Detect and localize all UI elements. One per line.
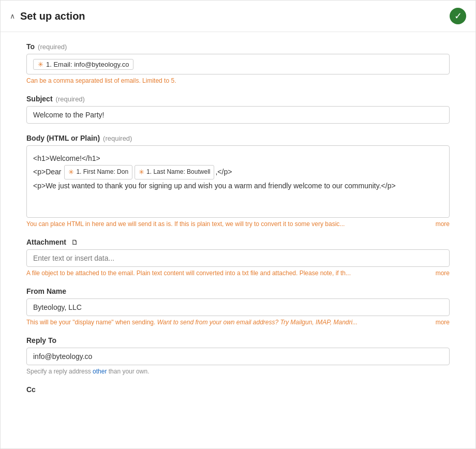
body-line-3: <p>We just wanted to thank you for signi… [33,179,443,192]
reply-to-label-text: Reply To [26,336,56,345]
header-left: ∧ Set up action [10,10,85,22]
from-name-label: From Name [26,287,450,295]
body-line2-suffix: ,</p> [215,166,232,178]
lastname-tag-icon: ✳ [139,166,144,178]
from-name-hint-text: This will be your "display name" when se… [26,319,358,326]
to-hint-text: Can be a comma separated list of emails.… [26,77,450,84]
body-line-1: <h1>Welcome!</h1> [33,152,443,165]
body-label-text: Body (HTML or Plain) [26,134,100,142]
reply-to-field-group: Reply To Specify a reply address other t… [26,336,450,375]
firstname-tag-icon: ✳ [68,166,74,178]
reply-to-hint-link[interactable]: other [93,368,107,375]
to-hint-content: Can be a comma separated list of emails.… [26,77,176,84]
attachment-input[interactable] [26,249,450,267]
from-name-hint: This will be your "display name" when se… [26,319,450,326]
body-line1-text: <h1>Welcome!</h1> [33,152,100,165]
reply-to-label: Reply To [26,336,450,345]
to-tag-snowflake-icon: ✳ [38,61,43,68]
lastname-tag-text: 1. Last Name: Boutwell [146,167,210,178]
check-mark: ✓ [454,10,462,22]
body-label: Body (HTML or Plain) (required) [26,134,450,142]
reply-to-hint-text: Specify a reply address other than your … [26,368,149,375]
body-lastname-tag[interactable]: ✳ 1. Last Name: Boutwell [135,165,214,179]
attachment-label-text: Attachment [26,238,66,246]
body-hint: You can place HTML in here and we will s… [26,220,450,228]
to-email-tag[interactable]: ✳ 1. Email: info@byteology.co [33,59,133,70]
to-field-group: To (required) ✳ 1. Email: info@byteology… [26,42,450,84]
header: ∧ Set up action ✓ [1,1,475,32]
page-title: Set up action [20,10,85,22]
attachment-file-icon: 🗋 [71,238,78,246]
firstname-tag-text: 1. First Name: Don [76,167,128,178]
body-line-2: <p>Dear ✳ 1. First Name: Don ✳ 1. Last N… [33,165,443,179]
cc-label: Cc [26,385,450,394]
attachment-label: Attachment 🗋 [26,238,450,246]
body-firstname-tag[interactable]: ✳ 1. First Name: Don [64,165,132,179]
to-label: To (required) [26,42,450,51]
subject-required-text: (required) [56,95,85,103]
subject-field-group: Subject (required) [26,95,450,124]
to-label-text: To [26,42,35,51]
cc-label-text: Cc [26,385,36,394]
body-line3-text: <p>We just wanted to thank you for signi… [33,179,396,192]
to-tag-text: 1. Email: info@byteology.co [46,61,129,68]
body-input-area[interactable]: <h1>Welcome!</h1> <p>Dear ✳ 1. First Nam… [26,145,450,218]
cc-field-group: Cc [26,385,450,394]
body-hint-main: You can place HTML in here and we will s… [26,220,432,228]
from-name-hint1: This will be your "display name" when se… [26,319,155,326]
body-required-text: (required) [103,134,132,142]
chevron-up-icon[interactable]: ∧ [10,12,15,20]
reply-to-hint: Specify a reply address other than your … [26,368,450,375]
from-name-hint-more-link[interactable]: more [436,319,450,326]
from-name-input[interactable] [26,298,450,316]
to-input-wrapper[interactable]: ✳ 1. Email: info@byteology.co [26,54,450,74]
body-field-group: Body (HTML or Plain) (required) <h1>Welc… [26,134,450,228]
from-name-field-group: From Name This will be your "display nam… [26,287,450,326]
setup-action-container: ∧ Set up action ✓ To (required) ✳ 1. Ema… [0,0,476,449]
body-hint-more-link[interactable]: more [436,220,450,228]
attachment-hint: A file object to be attached to the emai… [26,270,450,277]
form-body: To (required) ✳ 1. Email: info@byteology… [1,32,475,420]
subject-label-text: Subject [26,95,53,103]
from-name-hint2: Want to send from your own email address… [157,319,358,326]
from-name-label-text: From Name [26,287,66,295]
subject-label: Subject (required) [26,95,450,103]
check-complete-icon[interactable]: ✓ [450,8,466,24]
attachment-hint-main: A file object to be attached to the emai… [26,270,432,277]
reply-to-input[interactable] [26,348,450,365]
body-line2-prefix: <p>Dear [33,166,61,178]
attachment-field-group: Attachment 🗋 A file object to be attache… [26,238,450,277]
to-required-text: (required) [38,43,67,51]
subject-input[interactable] [26,106,450,124]
attachment-hint-more-link[interactable]: more [436,270,450,277]
